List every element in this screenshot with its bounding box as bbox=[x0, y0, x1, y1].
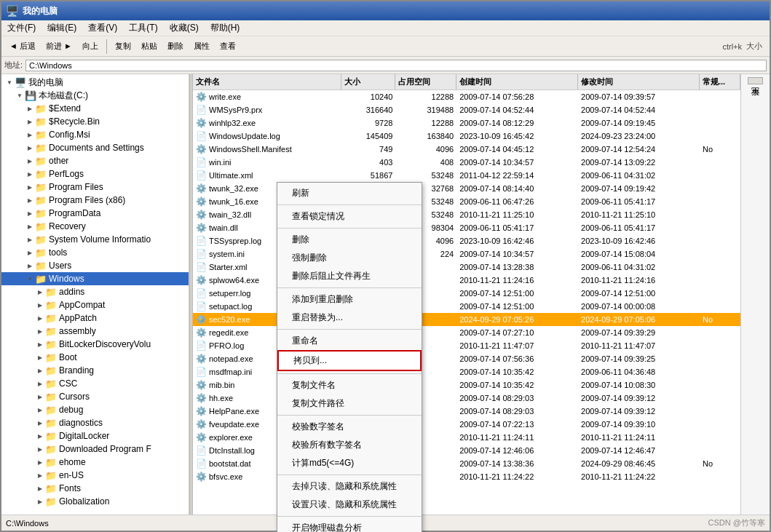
table-row[interactable]: ⚙️regedit.exe2009-07-14 07:27:102009-07-… bbox=[193, 326, 740, 339]
tree-item-other[interactable]: ▶📁other bbox=[1, 154, 189, 167]
context-menu-item-verify-sig[interactable]: 校验数字签名 bbox=[277, 418, 422, 436]
column-modified[interactable]: 修改时间 bbox=[578, 74, 700, 90]
menu-item[interactable]: 收藏(S) bbox=[167, 21, 202, 35]
context-menu-item-refresh[interactable]: 刷新 bbox=[277, 184, 422, 202]
properties-button[interactable]: 属性 bbox=[189, 39, 215, 54]
tree-item-windows[interactable]: ▼📁Windows bbox=[1, 272, 189, 285]
side-btn-1[interactable]: 大小写 bbox=[748, 77, 763, 84]
copy-button[interactable]: 复制 bbox=[110, 39, 136, 54]
view-button[interactable]: 查看 bbox=[215, 39, 241, 54]
context-menu-item-lock[interactable]: 查看锁定情况 bbox=[277, 207, 422, 226]
table-row[interactable]: ⚙️twain.dll94784983042009-06-11 05:41:17… bbox=[193, 221, 740, 234]
context-menu-item-delete-prevent[interactable]: 删除后阻止文件再生 bbox=[277, 267, 422, 285]
table-row[interactable]: 📄bootstat.dat2009-07-14 13:38:362024-09-… bbox=[193, 457, 740, 470]
menu-item[interactable]: 文件(F) bbox=[4, 21, 39, 35]
tree-item-mypc[interactable]: ▼🖥️我的电脑 bbox=[1, 76, 189, 89]
table-row[interactable]: ⚙️twunk_16.exe49680532482009-06-11 06:47… bbox=[193, 195, 740, 208]
table-row[interactable]: ⚙️write.exe10240122882009-07-14 07:56:28… bbox=[193, 90, 740, 103]
tree-item-globalization[interactable]: ▶📁Globalization bbox=[1, 495, 189, 508]
table-row[interactable]: ⚙️hh.exe2009-07-14 08:29:032009-07-14 09… bbox=[193, 392, 740, 405]
tree-item-fonts[interactable]: ▶📁Fonts bbox=[1, 482, 189, 495]
forward-button[interactable]: 前进 ► bbox=[41, 39, 77, 54]
tree-item-recovery[interactable]: ▶📁Recovery bbox=[1, 220, 189, 233]
table-row[interactable]: 📄Ultimate.xml51867532482011-04-12 22:59:… bbox=[193, 169, 740, 182]
table-row[interactable]: ⚙️HelpPane.exe2009-07-14 08:29:032009-07… bbox=[193, 405, 740, 418]
menu-item[interactable]: 工具(T) bbox=[126, 21, 160, 35]
tree-item-debug[interactable]: ▶📁debug bbox=[1, 403, 189, 416]
table-row[interactable]: 📄WMSysPr9.prx3166403194882009-07-14 04:5… bbox=[193, 103, 740, 116]
context-menu-item-copy-to[interactable]: 拷贝到... bbox=[277, 350, 422, 371]
tree-item-perflogs[interactable]: ▶📁PerfLogs bbox=[1, 167, 189, 180]
context-menu-item-force-delete[interactable]: 强制删除 bbox=[277, 249, 422, 267]
table-row[interactable]: ⚙️winhlp32.exe9728122882009-07-14 08:12:… bbox=[193, 116, 740, 130]
context-menu-item-calc-md5[interactable]: 计算md5(<=4G) bbox=[277, 454, 422, 472]
context-menu-item-rename[interactable]: 重命名 bbox=[277, 332, 422, 350]
context-menu-item-copy-name[interactable]: 复制文件名 bbox=[277, 376, 422, 394]
menu-item[interactable]: 编辑(E) bbox=[44, 21, 79, 35]
context-menu-item-set-attrs[interactable]: 设置只读、隐藏和系统属性 bbox=[277, 496, 422, 514]
table-row[interactable]: ⚙️mib.bin2009-07-14 10:35:422009-07-14 1… bbox=[193, 378, 740, 392]
tree-item-en-us[interactable]: ▶📁en-US bbox=[1, 469, 189, 482]
column-used[interactable]: 占用空间 bbox=[395, 74, 456, 90]
table-row[interactable]: 📄system.ini2192242009-07-14 10:34:572009… bbox=[193, 247, 740, 261]
tree-item-extend[interactable]: ▶📁$Extend bbox=[1, 102, 189, 115]
up-button[interactable]: 向上 bbox=[77, 39, 103, 54]
table-row[interactable]: ⚙️bfsvc.exe2010-11-21 11:24:222010-11-21… bbox=[193, 470, 740, 483]
tree-item-bitlocker[interactable]: ▶📁BitLockerDiscoveryVolu bbox=[1, 338, 189, 351]
table-row[interactable]: 📄setupact.log2009-07-14 12:51:002009-07-… bbox=[193, 300, 740, 313]
context-menu-item-open-disk-analysis[interactable]: 开启物理磁盘分析 bbox=[277, 519, 422, 532]
column-created[interactable]: 创建时间 bbox=[456, 74, 578, 90]
tree-item-users[interactable]: ▶📁Users bbox=[1, 259, 189, 272]
paste-button[interactable]: 粘贴 bbox=[136, 39, 162, 54]
tree-item-program-files-x86[interactable]: ▶📁Program Files (x86) bbox=[1, 194, 189, 207]
tree-item-apppatch[interactable]: ▶📁AppPatch bbox=[1, 311, 189, 325]
context-menu-item-delete[interactable]: 删除 bbox=[277, 231, 422, 249]
tree-item-program-files[interactable]: ▶📁Program Files bbox=[1, 180, 189, 194]
column-size[interactable]: 大小 bbox=[341, 74, 396, 90]
tree-item-programdata[interactable]: ▶📁ProgramData bbox=[1, 207, 189, 220]
tree-item-digitallocker[interactable]: ▶📁DigitalLocker bbox=[1, 429, 189, 442]
tree-item-appcompat[interactable]: ▶📁AppCompat bbox=[1, 298, 189, 311]
table-row[interactable]: ⚙️notepad.exe2009-07-14 07:56:362009-07-… bbox=[193, 352, 740, 365]
table-row[interactable]: ⚙️twain_32.dll51200532482010-11-21 11:25… bbox=[193, 208, 740, 221]
tree-item-tools[interactable]: ▶📁tools bbox=[1, 246, 189, 259]
table-row[interactable]: 📄Starter.xml2009-07-14 13:28:382009-06-1… bbox=[193, 261, 740, 274]
tree-item-system-vol-info[interactable]: ▶📁System Volume Informatio bbox=[1, 233, 189, 246]
table-row[interactable]: 📄win.ini4034082009-07-14 10:34:572009-07… bbox=[193, 156, 740, 169]
table-row[interactable]: 📄msdfmap.ini2009-07-14 10:35:422009-06-1… bbox=[193, 365, 740, 378]
table-row[interactable]: ⚙️twunk_32.exe31232327682009-07-14 08:14… bbox=[193, 182, 740, 195]
table-row[interactable]: 📄TSSysprep.log135540962023-10-09 16:42:4… bbox=[193, 234, 740, 247]
menu-item[interactable]: 查看(V) bbox=[85, 21, 120, 35]
tree-item-docs-settings[interactable]: ▶📁Documents and Settings bbox=[1, 141, 189, 154]
tree-item-diagnostics[interactable]: ▶📁diagnostics bbox=[1, 416, 189, 429]
tree-item-downloaded[interactable]: ▶📁Downloaded Program F bbox=[1, 442, 189, 456]
tree-item-ehome[interactable]: ▶📁ehome bbox=[1, 456, 189, 469]
tree-item-cursors[interactable]: ▶📁Cursors bbox=[1, 390, 189, 403]
context-menu-item-replace[interactable]: 重启替换为... bbox=[277, 309, 422, 327]
tree-item-addins[interactable]: ▶📁addins bbox=[1, 285, 189, 298]
menu-item[interactable]: 帮助(H) bbox=[207, 21, 243, 35]
delete-toolbar-button[interactable]: 删除 bbox=[162, 39, 189, 54]
tree-item-assembly[interactable]: ▶📁assembly bbox=[1, 325, 189, 338]
table-row[interactable]: 📄PFRO.log2010-11-21 11:47:072010-11-21 1… bbox=[193, 339, 740, 352]
context-menu-item-verify-all-sig[interactable]: 校验所有数字签名 bbox=[277, 436, 422, 454]
address-input[interactable] bbox=[25, 60, 767, 71]
table-row[interactable]: ⚙️WindowsShell.Manifest74940962009-07-14… bbox=[193, 143, 740, 156]
column-name[interactable]: 文件名 bbox=[193, 74, 341, 90]
context-menu-item-add-boot-delete[interactable]: 添加到重启删除 bbox=[277, 290, 422, 309]
table-row[interactable]: 📄WindowsUpdate.log1454091638402023-10-09… bbox=[193, 130, 740, 143]
tree-item-local-c[interactable]: ▼💾本地磁盘(C:) bbox=[1, 89, 189, 102]
back-button[interactable]: ◄ 后退 bbox=[4, 39, 41, 54]
context-menu-item-copy-path[interactable]: 复制文件路径 bbox=[277, 394, 422, 413]
column-attr[interactable]: 常规... bbox=[700, 74, 740, 90]
table-row[interactable]: 📄setuperr.log2009-07-14 12:51:002009-07-… bbox=[193, 287, 740, 300]
table-row[interactable]: ⚙️splwow64.exe2010-11-21 11:24:162010-11… bbox=[193, 274, 740, 287]
tree-item-recycle[interactable]: ▶📁$Recycle.Bin bbox=[1, 115, 189, 128]
table-row[interactable]: ⚙️sec520.exe2024-09-29 07:05:262024-09-2… bbox=[193, 313, 740, 326]
table-row[interactable]: ⚙️explorer.exe2010-11-21 11:24:112010-11… bbox=[193, 431, 740, 444]
context-menu-item-remove-attrs[interactable]: 去掉只读、隐藏和系统属性 bbox=[277, 477, 422, 496]
tree-item-branding[interactable]: ▶📁Branding bbox=[1, 364, 189, 377]
tree-item-config[interactable]: ▶📁Config.Msi bbox=[1, 128, 189, 141]
table-row[interactable]: ⚙️fveupdate.exe2009-07-14 07:22:132009-0… bbox=[193, 418, 740, 431]
tree-item-boot[interactable]: ▶📁Boot bbox=[1, 351, 189, 364]
